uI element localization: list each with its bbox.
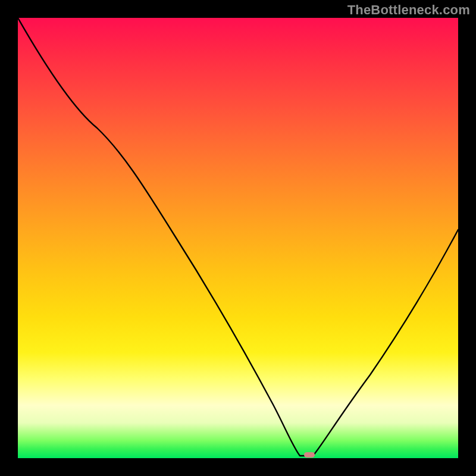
chart-container: TheBottleneck.com [0, 0, 476, 476]
curve-svg [18, 18, 458, 458]
optimal-marker [304, 452, 315, 458]
plot-area [18, 18, 458, 458]
bottleneck-curve [18, 18, 458, 456]
watermark-label: TheBottleneck.com [347, 2, 470, 18]
